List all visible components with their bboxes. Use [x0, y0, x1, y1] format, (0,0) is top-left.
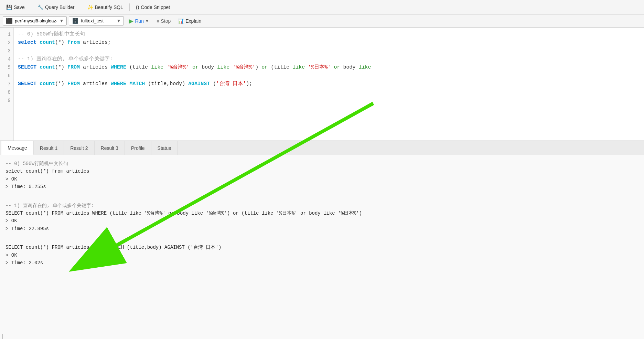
tabs-bar: Message Result 1 Result 2 Result 3 Profi…: [0, 141, 644, 155]
code-snippet-label: Code Snippet: [141, 4, 170, 10]
tab-message[interactable]: Message: [1, 141, 34, 155]
explain-icon: 📊: [178, 18, 184, 24]
query-builder-icon: 🔧: [37, 4, 43, 10]
query-builder-label: Query Builder: [45, 4, 75, 10]
result-block-2: -- 1) 查询存在的, 单个或多个关键字: SELECT count(*) F…: [6, 202, 638, 233]
explain-button[interactable]: 📊 Explain: [175, 17, 204, 25]
code-line-7: SELECT count(*) FROM articles WHERE MATC…: [18, 80, 640, 88]
code-snippet-icon: (): [136, 4, 139, 10]
tab-profile[interactable]: Profile: [125, 141, 151, 155]
run-label: Run: [135, 18, 144, 24]
results-panel: Message Result 1 Result 2 Result 3 Profi…: [0, 141, 644, 339]
tab-result3[interactable]: Result 3: [95, 141, 125, 155]
db-chevron-icon: ▼: [117, 18, 121, 23]
code-line-8: [18, 88, 640, 96]
result-ok-1: > OK: [6, 175, 638, 183]
database-icon: 🗄️: [72, 18, 79, 24]
save-button[interactable]: 💾 Save: [3, 3, 28, 11]
results-content: -- 0) 500W行随机中文长句 select count(*) from a…: [0, 155, 644, 339]
spacer-2: [6, 239, 638, 244]
result-block-1: -- 0) 500W行随机中文长句 select count(*) from a…: [6, 160, 638, 191]
code-line-4: -- 1) 查询存在的, 单个或多个关键字:: [18, 55, 640, 63]
toolbar: 💾 Save 🔧 Query Builder ✨ Beautify SQL ()…: [0, 0, 644, 14]
result-comment-2: -- 1) 查询存在的, 单个或多个关键字:: [6, 202, 638, 209]
code-line-6: [18, 72, 640, 80]
code-content[interactable]: -- 0) 500W行随机中文长句 select count(*) from a…: [14, 28, 644, 141]
result-query-3: SELECT count(*) FROM articles WHERE MATC…: [6, 244, 638, 251]
save-icon: 💾: [6, 4, 12, 10]
code-snippet-button[interactable]: () Code Snippet: [132, 3, 173, 11]
toolbar-separator-2: [81, 3, 81, 11]
result-time-2: > Time: 22.895s: [6, 225, 638, 233]
code-line-2: select count(*) from articles;: [18, 39, 640, 47]
result-query-2: SELECT count(*) FROM articles WHERE (tit…: [6, 209, 638, 217]
beautify-label: Beautify SQL: [95, 4, 124, 10]
result-query-1: select count(*) from articles: [6, 167, 638, 175]
line-numbers: 1 2 3 4 5 6 7 8 9: [0, 28, 14, 141]
save-label: Save: [14, 4, 25, 10]
result-block-3: SELECT count(*) FROM articles WHERE MATC…: [6, 244, 638, 267]
database-name-label: fulltext_test: [81, 18, 104, 23]
play-icon: ▶: [129, 17, 133, 25]
connection-name-label: perf-mysql8-singleaz·: [15, 18, 57, 23]
code-line-9: [18, 96, 640, 105]
connection-bar: ⬛ perf-mysql8-singleaz· ▼ 🗄️ fulltext_te…: [0, 14, 644, 28]
explain-label: Explain: [185, 18, 201, 24]
spacer-1: [6, 198, 638, 202]
tab-status[interactable]: Status: [151, 141, 178, 155]
connection-db-icon: ⬛: [6, 18, 13, 24]
toolbar-separator-3: [129, 3, 130, 11]
tab-result2[interactable]: Result 2: [64, 141, 94, 155]
result-time-1: > Time: 0.255s: [6, 183, 638, 191]
code-line-3: [18, 47, 640, 55]
tab-result1[interactable]: Result 1: [34, 141, 64, 155]
result-time-3: > Time: 2.02s: [6, 259, 638, 267]
stop-icon: ■: [157, 18, 159, 24]
stop-label: Stop: [161, 18, 171, 24]
stop-button[interactable]: ■ Stop: [154, 17, 173, 25]
run-dropdown-icon: ▼: [145, 19, 149, 23]
sql-editor[interactable]: 1 2 3 4 5 6 7 8 9 -- 0) 500W行随机中文长句 sele…: [0, 28, 644, 141]
query-builder-button[interactable]: 🔧 Query Builder: [34, 3, 78, 11]
database-selector[interactable]: 🗄️ fulltext_test ▼: [69, 16, 124, 25]
run-button[interactable]: ▶ Run ▼: [126, 16, 152, 26]
cursor-indicator: |: [2, 333, 3, 339]
beautify-sql-button[interactable]: ✨ Beautify SQL: [84, 3, 127, 11]
result-comment-1: -- 0) 500W行随机中文长句: [6, 160, 638, 167]
toolbar-separator: [31, 3, 31, 11]
beautify-icon: ✨: [87, 4, 93, 10]
connection-selector[interactable]: ⬛ perf-mysql8-singleaz· ▼: [3, 16, 67, 25]
code-line-5: SELECT count(*) FROM articles WHERE (tit…: [18, 63, 640, 72]
result-ok-3: > OK: [6, 251, 638, 259]
chevron-down-icon: ▼: [60, 18, 64, 23]
result-ok-2: > OK: [6, 217, 638, 225]
code-line-1: -- 0) 500W行随机中文长句: [18, 30, 640, 39]
